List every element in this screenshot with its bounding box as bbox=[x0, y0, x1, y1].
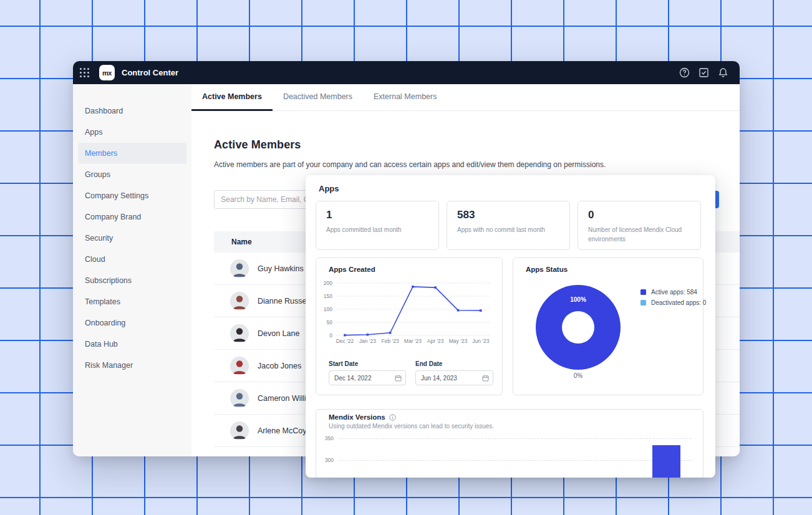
avatar bbox=[230, 389, 249, 408]
avatar bbox=[230, 357, 249, 375]
sidebar-item-data-hub[interactable]: Data Hub bbox=[73, 334, 191, 355]
stat-value: 583 bbox=[457, 209, 559, 221]
avatar bbox=[230, 259, 249, 278]
start-date-label: Start Date bbox=[329, 360, 358, 367]
stat-card: 0Number of licensed Mendix Cloud environ… bbox=[578, 201, 701, 250]
sidebar-item-subscriptions[interactable]: Subscriptions bbox=[73, 270, 191, 291]
sidebar-item-security[interactable]: Security bbox=[73, 228, 191, 249]
app-title: Control Center bbox=[122, 68, 178, 77]
stat-label: Apps committed last month bbox=[326, 225, 428, 234]
sidebar-nav: DashboardAppsMembersGroupsCompany Settin… bbox=[73, 84, 191, 456]
apps-stats-row: 1Apps committed last month583Apps with n… bbox=[316, 201, 701, 250]
stat-value: 0 bbox=[588, 209, 690, 221]
apps-created-line-chart: 050100150200Dec '22Jan '23Feb '23Mar '23… bbox=[322, 277, 497, 350]
sidebar-item-apps[interactable]: Apps bbox=[73, 122, 191, 143]
apps-status-card: Apps Status 100% 0% Active apps: 584Deac… bbox=[513, 258, 703, 395]
apps-status-title: Apps Status bbox=[526, 266, 568, 273]
apps-overlay-card: Apps 1Apps committed last month583Apps w… bbox=[306, 175, 715, 478]
sidebar-item-company-settings[interactable]: Company Settings bbox=[73, 185, 191, 206]
mendix-versions-subtitle: Using outdated Mendix versions can lead … bbox=[329, 423, 494, 430]
header-actions bbox=[679, 67, 728, 78]
sidebar-item-groups[interactable]: Groups bbox=[73, 164, 191, 185]
members-tabbar: Active MembersDeactived MembersExternal … bbox=[191, 84, 740, 111]
svg-text:Jun '23: Jun '23 bbox=[472, 338, 489, 344]
page-title: Active Members bbox=[214, 138, 740, 152]
avatar bbox=[230, 292, 249, 310]
tab-external-members[interactable]: External Members bbox=[363, 84, 447, 111]
apps-created-title: Apps Created bbox=[329, 266, 375, 273]
svg-text:May '23: May '23 bbox=[449, 338, 468, 344]
sidebar-item-company-brand[interactable]: Company Brand bbox=[73, 206, 191, 228]
donut-zero-label: 0% bbox=[536, 372, 621, 379]
svg-text:100: 100 bbox=[324, 306, 332, 312]
app-switcher-icon[interactable] bbox=[80, 68, 90, 78]
svg-text:50: 50 bbox=[327, 319, 333, 325]
info-icon[interactable] bbox=[389, 414, 396, 421]
stat-value: 1 bbox=[326, 209, 428, 221]
svg-text:0: 0 bbox=[329, 332, 332, 339]
stat-label: Apps with no commit last month bbox=[457, 225, 559, 234]
version-bar[interactable] bbox=[652, 445, 680, 478]
svg-text:200: 200 bbox=[324, 280, 332, 286]
desktop-background: mx Control Center bbox=[0, 0, 812, 515]
sidebar-item-members[interactable]: Members bbox=[78, 143, 186, 164]
apps-status-donut: 100% bbox=[536, 285, 621, 370]
svg-text:Feb '23: Feb '23 bbox=[382, 338, 399, 344]
apps-charts-row: Apps Created 050100150200Dec '22Jan '23F… bbox=[316, 258, 703, 395]
member-name: Jacob Jones bbox=[258, 362, 301, 370]
avatar bbox=[230, 324, 249, 343]
mendix-versions-card: Mendix Versions Using outdated Mendix ve… bbox=[316, 409, 703, 478]
svg-text:150: 150 bbox=[324, 293, 332, 299]
tab-active-members[interactable]: Active Members bbox=[191, 84, 273, 111]
stat-card: 1Apps committed last month bbox=[316, 201, 439, 250]
svg-text:Dec '22: Dec '22 bbox=[336, 338, 354, 344]
avatar bbox=[230, 421, 249, 440]
sidebar-item-dashboard[interactable]: Dashboard bbox=[73, 100, 191, 122]
svg-text:Apr '23: Apr '23 bbox=[427, 338, 444, 344]
help-icon[interactable] bbox=[679, 67, 690, 78]
member-name: Dianne Russell bbox=[258, 297, 310, 306]
end-date-input[interactable] bbox=[415, 370, 493, 385]
sidebar-item-risk-manager[interactable]: Risk Manager bbox=[73, 355, 191, 376]
donut-pct-label: 100% bbox=[536, 296, 621, 303]
mendix-versions-title: Mendix Versions bbox=[329, 413, 385, 421]
member-name: Guy Hawkins bbox=[258, 264, 304, 273]
legend-item: Deactivated apps: 0 bbox=[640, 299, 706, 306]
notifications-bell-icon[interactable] bbox=[718, 67, 728, 78]
member-name: Devon Lane bbox=[258, 329, 299, 338]
tasks-icon[interactable] bbox=[698, 67, 709, 78]
app-header: mx Control Center bbox=[73, 61, 740, 84]
legend-swatch-icon bbox=[640, 300, 646, 306]
sidebar-item-cloud[interactable]: Cloud bbox=[73, 249, 191, 270]
sidebar-item-templates[interactable]: Templates bbox=[73, 291, 191, 312]
tab-deactived-members[interactable]: Deactived Members bbox=[273, 84, 363, 111]
apps-status-legend: Active apps: 584Deactivated apps: 0 bbox=[640, 289, 706, 310]
member-name: Arlene McCoy bbox=[258, 426, 307, 435]
legend-label: Active apps: 584 bbox=[651, 289, 697, 296]
start-date-input[interactable] bbox=[329, 370, 406, 385]
end-date-label: End Date bbox=[415, 360, 442, 367]
y-tick-label: 350 bbox=[316, 435, 334, 441]
stat-label: Number of licensed Mendix Cloud environm… bbox=[588, 225, 690, 244]
mendix-logo: mx bbox=[99, 65, 115, 80]
sidebar-item-onboarding[interactable]: Onboarding bbox=[73, 312, 191, 334]
legend-item: Active apps: 584 bbox=[640, 289, 706, 296]
svg-text:Jan '23: Jan '23 bbox=[359, 338, 376, 344]
apps-created-card: Apps Created 050100150200Dec '22Jan '23F… bbox=[316, 258, 503, 395]
legend-label: Deactivated apps: 0 bbox=[651, 299, 706, 306]
stat-card: 583Apps with no commit last month bbox=[447, 201, 570, 250]
svg-text:Mar '23: Mar '23 bbox=[404, 338, 422, 344]
page-description: Active members are part of your company … bbox=[214, 160, 740, 169]
overlay-title: Apps bbox=[319, 184, 339, 193]
y-tick-label: 300 bbox=[316, 457, 334, 463]
legend-swatch-icon bbox=[640, 289, 646, 295]
